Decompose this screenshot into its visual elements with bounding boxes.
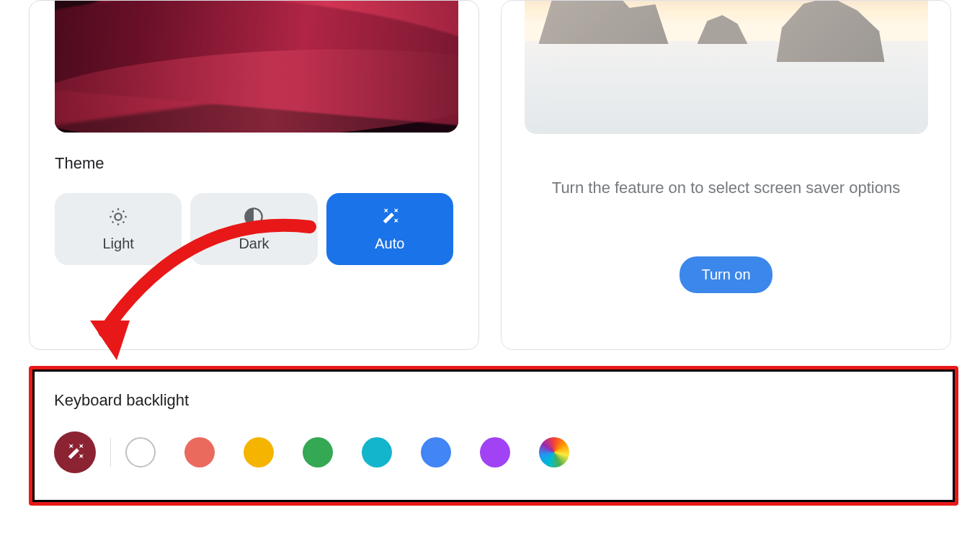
theme-light-label: Light [102, 236, 133, 252]
half-circle-icon [244, 207, 264, 227]
backlight-swatch-auto[interactable] [54, 431, 96, 473]
wallpaper-preview[interactable] [55, 0, 458, 133]
backlight-swatch-green[interactable] [303, 437, 333, 467]
backlight-swatch-yellow[interactable] [244, 437, 274, 467]
swatch-divider [110, 438, 111, 467]
backlight-swatch-purple[interactable] [480, 437, 510, 467]
magic-wand-icon [380, 207, 400, 227]
wallpaper-theme-card: Theme Light Dark [29, 0, 479, 350]
backlight-swatch-blue[interactable] [421, 437, 451, 467]
backlight-swatch-white[interactable] [125, 437, 156, 467]
screensaver-description: Turn the feature on to select screen sav… [552, 179, 900, 197]
backlight-swatch-teal[interactable] [362, 437, 392, 467]
backlight-swatches [54, 431, 933, 473]
magic-wand-icon [65, 442, 85, 462]
theme-light-button[interactable]: Light [55, 193, 182, 265]
theme-section: Theme Light Dark [30, 133, 478, 290]
keyboard-backlight-heading: Keyboard backlight [54, 391, 933, 410]
theme-auto-label: Auto [375, 236, 404, 252]
theme-auto-button[interactable]: Auto [326, 193, 453, 265]
theme-dark-label: Dark [239, 236, 269, 252]
backlight-swatch-red[interactable] [184, 437, 215, 467]
screensaver-turn-on-button[interactable]: Turn on [680, 256, 772, 293]
backlight-swatch-rainbow[interactable] [539, 437, 569, 467]
theme-heading: Theme [55, 154, 453, 173]
theme-button-group: Light Dark Auto [55, 193, 453, 265]
svg-point-0 [115, 213, 121, 220]
keyboard-backlight-card: Keyboard backlight [29, 366, 958, 506]
theme-dark-button[interactable]: Dark [190, 193, 317, 265]
screensaver-preview [525, 0, 928, 134]
sun-icon [108, 207, 128, 227]
screensaver-card: Turn the feature on to select screen sav… [501, 0, 951, 350]
